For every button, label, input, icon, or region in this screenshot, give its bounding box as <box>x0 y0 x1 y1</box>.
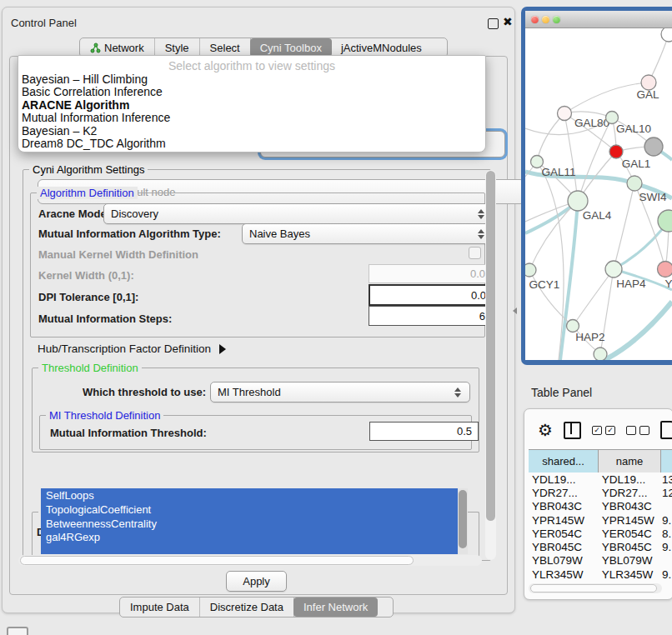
network-edge[interactable] <box>614 183 634 269</box>
table-row[interactable]: YBR043CYBR043C <box>529 500 672 513</box>
tab-discretize-data[interactable]: Discretize Data <box>200 598 294 617</box>
gear-icon[interactable]: ⚙ <box>538 422 553 438</box>
hub-tf-definition-toggle[interactable]: Hub/Transcription Factor Definition <box>38 342 226 355</box>
algorithm-select-popup: Select algorithm to view settings Bayesi… <box>18 55 486 152</box>
tab-label: Infer Network <box>303 601 368 613</box>
table-row[interactable]: YDL19...YDL19...13 <box>529 472 672 486</box>
select-all-checkboxes-icon[interactable]: ✓✓ <box>592 426 615 435</box>
attribute-item[interactable]: BetweennessCentrality <box>41 517 458 531</box>
attribute-item[interactable]: SelfLoops <box>41 488 458 502</box>
network-node-gcy1[interactable] <box>525 263 536 277</box>
tab-cyni-toolbox[interactable]: Cyni Toolbox <box>250 38 332 57</box>
split-columns-icon[interactable] <box>564 422 581 439</box>
attribute-item[interactable]: gal4RGexp <box>41 530 458 544</box>
apply-button[interactable]: Apply <box>226 571 287 592</box>
mi-threshold-input[interactable]: 0.5 <box>369 422 479 441</box>
attribute-item[interactable]: TopologicalCoefficient <box>41 502 458 517</box>
kernel-width-value: 0.0 <box>470 268 485 280</box>
bottom-tabbar: Impute DataDiscretize DataInfer Network <box>119 597 394 618</box>
algorithm-option[interactable]: Dream8 DC_TDC Algorithm <box>18 138 485 150</box>
minimize-traffic-light-icon[interactable] <box>542 16 549 23</box>
network-node-swi4[interactable] <box>627 176 642 191</box>
network-node-label: HAP2 <box>575 331 604 343</box>
table-cell: 8. <box>659 528 672 540</box>
kernel-width-input[interactable]: 0.0 <box>369 264 492 283</box>
table-cell: 9. <box>659 568 672 581</box>
network-node-gal4[interactable] <box>568 191 588 211</box>
grid-view-icon[interactable] <box>7 627 28 635</box>
network-edge[interactable] <box>537 162 564 360</box>
table-row[interactable]: YPR145WYPR145W9. <box>529 513 672 527</box>
table-row[interactable]: YIL052CYIL052C9 <box>529 581 672 582</box>
manual-kernel-width-checkbox[interactable] <box>469 247 481 259</box>
network-edge[interactable] <box>529 201 578 270</box>
column-header-shared...[interactable]: shared... <box>529 450 599 472</box>
attributes-scrollbar[interactable] <box>458 488 468 554</box>
dpi-tolerance-value: 0.0 <box>471 289 486 302</box>
column-header-name[interactable]: name <box>599 450 661 472</box>
table-row[interactable]: YDR27...YDR27...12 <box>529 486 672 499</box>
network-edge[interactable] <box>604 302 672 360</box>
table-cell: 12 <box>659 487 672 499</box>
float-window-icon[interactable] <box>488 18 499 29</box>
table-cell: YBL079W <box>529 554 597 567</box>
tab-infer-network[interactable]: Infer Network <box>293 598 378 617</box>
algorithm-option[interactable]: ARACNE Algorithm <box>18 99 485 112</box>
network-node-label: SWI4 <box>639 191 666 203</box>
network-node[interactable] <box>594 348 607 360</box>
table-cell: 9. <box>659 541 672 553</box>
table-cell: YPR145W <box>529 514 597 527</box>
which-threshold-combobox[interactable]: MI Threshold <box>210 382 470 402</box>
settings-vertical-scrollbar[interactable] <box>485 170 496 560</box>
table-cell: YDL19... <box>597 473 659 486</box>
mi-steps-label: Mutual Information Steps: <box>38 312 172 325</box>
table-row[interactable]: YLR345WYLR345W9. <box>529 568 672 581</box>
network-edge[interactable] <box>578 118 612 201</box>
table-cell: YDR27... <box>597 487 659 499</box>
control-panel-window: Control Panel ✖ NetworkStyleSelectCyni T… <box>2 7 515 613</box>
mi-steps-input[interactable]: 6 <box>369 306 492 326</box>
column-header-extra[interactable] <box>661 450 672 472</box>
table-cell: YPR145W <box>597 514 659 527</box>
network-canvas[interactable]: GALGAL80GAL10GAL1GAL11SWI4GAL4GCY1HAP4YH… <box>525 28 672 360</box>
network-node[interactable] <box>661 28 672 42</box>
network-node-gal80[interactable] <box>558 107 572 121</box>
table-horizontal-scrollbar[interactable] <box>529 583 662 593</box>
network-node-hap4[interactable] <box>605 261 622 278</box>
new-table-icon[interactable] <box>660 421 672 439</box>
table-row[interactable]: YER054CYER054C8. <box>529 527 672 540</box>
network-icon <box>90 42 101 53</box>
network-edge[interactable] <box>537 113 564 162</box>
deselect-all-checkboxes-icon[interactable] <box>626 426 649 435</box>
network-node-y[interactable] <box>658 262 672 278</box>
zoom-traffic-light-icon[interactable] <box>553 16 560 23</box>
tab-label: Discretize Data <box>210 601 283 613</box>
algorithm-option[interactable]: Basic Correlation Inference <box>18 86 485 98</box>
hub-tf-definition-label: Hub/Transcription Factor Definition <box>38 342 211 355</box>
algorithm-option[interactable]: Bayesian – K2 <box>18 125 485 138</box>
tab-select[interactable]: Select <box>200 38 251 57</box>
algorithm-option[interactable]: Bayesian – Hill Climbing <box>18 73 485 86</box>
aracne-mode-combobox[interactable]: Discovery <box>103 203 494 224</box>
close-traffic-light-icon[interactable] <box>531 16 539 23</box>
close-icon[interactable]: ✖ <box>503 15 513 28</box>
table-rows: YDL19...YDL19...13YDR27...YDR27...12YBR0… <box>529 472 672 582</box>
table-row[interactable]: YBL079WYBL079W <box>529 554 672 568</box>
table-cell: YLR345W <box>529 568 597 581</box>
tab-impute-data[interactable]: Impute Data <box>120 598 200 617</box>
data-attributes-list[interactable]: SelfLoopsTopologicalCoefficientBetweenne… <box>41 488 458 554</box>
tab-style[interactable]: Style <box>155 38 200 57</box>
settings-horizontal-scrollbar[interactable] <box>18 555 482 566</box>
splitter-collapse-icon[interactable] <box>513 308 517 314</box>
tab-network[interactable]: Network <box>80 38 155 57</box>
network-window-titlebar[interactable] <box>525 11 672 28</box>
network-node[interactable] <box>644 138 663 156</box>
algorithm-option[interactable]: Mutual Information Inference <box>18 112 485 124</box>
network-node-gal1[interactable] <box>609 145 623 158</box>
network-edge[interactable] <box>573 269 614 326</box>
table-row[interactable]: YBR045CYBR045C9. <box>529 540 672 553</box>
dpi-tolerance-input[interactable]: 0.0 <box>369 284 494 306</box>
mi-algorithm-type-combobox[interactable]: Naive Bayes <box>242 223 494 244</box>
network-node[interactable] <box>658 210 672 232</box>
tab-jactivemnodules[interactable]: jActiveMNodules <box>331 38 432 57</box>
